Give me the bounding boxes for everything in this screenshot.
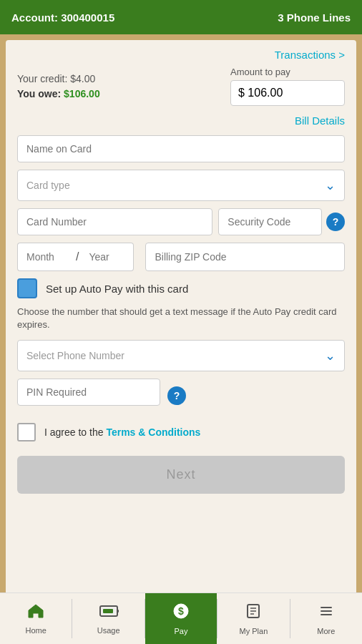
more-icon — [318, 602, 335, 624]
svg-rect-2 — [117, 610, 119, 613]
autopay-description: Choose the number that should get a text… — [17, 306, 345, 331]
card-type-chevron-icon: ⌄ — [325, 177, 336, 193]
card-type-wrapper: Card type ⌄ — [17, 170, 345, 201]
your-credit-label: Your credit: $4.00 — [17, 72, 100, 87]
usage-icon — [99, 603, 119, 623]
credit-info: Your credit: $4.00 You owe: $106.00 — [17, 72, 100, 102]
terms-conditions-link[interactable]: Terms & Conditions — [106, 426, 200, 438]
you-owe-label: You owe: — [17, 88, 61, 99]
nav-home[interactable]: Home — [0, 593, 72, 644]
terms-prefix: I agree to the — [44, 426, 106, 438]
year-input[interactable] — [80, 243, 134, 271]
home-icon — [27, 603, 44, 623]
name-on-card-input[interactable] — [17, 135, 345, 162]
my-plan-icon — [245, 602, 262, 624]
phone-dropdown-wrapper: Select Phone Number ⌄ — [17, 340, 345, 371]
pin-info-icon[interactable]: ? — [167, 386, 186, 405]
you-owe-row: You owe: $106.00 — [17, 87, 100, 102]
usage-label: Usage — [97, 626, 120, 635]
svg-text:$: $ — [178, 605, 184, 617]
bill-details-link[interactable]: Bill Details — [17, 114, 345, 127]
terms-checkbox[interactable] — [17, 423, 36, 441]
nav-my-plan[interactable]: My Plan — [217, 593, 289, 644]
slash-divider: / — [74, 243, 80, 271]
month-year-zip-row: / — [17, 243, 345, 271]
nav-more[interactable]: More — [290, 593, 362, 644]
card-security-row: ? — [17, 208, 345, 235]
month-year-group: / — [17, 243, 134, 271]
card-number-input[interactable] — [17, 208, 212, 235]
security-code-info-icon[interactable]: ? — [326, 213, 345, 231]
card-type-placeholder: Card type — [26, 180, 70, 191]
terms-row: I agree to the Terms & Conditions — [17, 423, 345, 441]
phone-number-placeholder: Select Phone Number — [26, 350, 124, 361]
autopay-label: Set up Auto Pay with this card — [46, 283, 188, 295]
more-label: More — [317, 627, 335, 635]
account-label: Account: 300400015 — [11, 11, 114, 24]
svg-rect-3 — [103, 609, 113, 613]
amount-to-pay-box: Amount to pay — [230, 67, 345, 106]
amount-to-pay-label: Amount to pay — [230, 67, 290, 77]
autopay-checkbox[interactable] — [17, 278, 37, 298]
security-code-input[interactable] — [218, 208, 322, 235]
pin-input[interactable] — [17, 379, 160, 406]
pin-row: ? — [17, 379, 345, 413]
app-header: Account: 300400015 3 Phone Lines — [0, 0, 362, 34]
bottom-nav: Home Usage $ Pay — [0, 592, 362, 644]
pay-label: Pay — [175, 627, 188, 635]
amount-row: Your credit: $4.00 You owe: $106.00 Amou… — [17, 67, 345, 106]
next-button[interactable]: Next — [17, 456, 345, 494]
amount-input[interactable] — [230, 80, 345, 106]
phone-lines-label: 3 Phone Lines — [278, 11, 351, 24]
autopay-row: Set up Auto Pay with this card — [17, 278, 345, 298]
transactions-link[interactable]: Transactions > — [17, 49, 345, 61]
terms-text: I agree to the Terms & Conditions — [44, 426, 200, 438]
nav-usage[interactable]: Usage — [72, 593, 144, 644]
phone-number-dropdown[interactable]: Select Phone Number ⌄ — [17, 340, 345, 371]
main-content: Transactions > Your credit: $4.00 You ow… — [6, 40, 356, 607]
you-owe-amount: $106.00 — [64, 88, 100, 99]
billing-zip-input[interactable] — [145, 243, 345, 271]
security-code-wrapper: ? — [218, 208, 345, 235]
nav-pay[interactable]: $ Pay — [145, 593, 217, 644]
home-label: Home — [26, 626, 47, 635]
pay-icon: $ — [172, 602, 190, 624]
my-plan-label: My Plan — [240, 627, 268, 635]
phone-dropdown-chevron-icon: ⌄ — [325, 348, 336, 364]
month-input[interactable] — [17, 243, 74, 271]
card-type-dropdown[interactable]: Card type ⌄ — [17, 170, 345, 201]
